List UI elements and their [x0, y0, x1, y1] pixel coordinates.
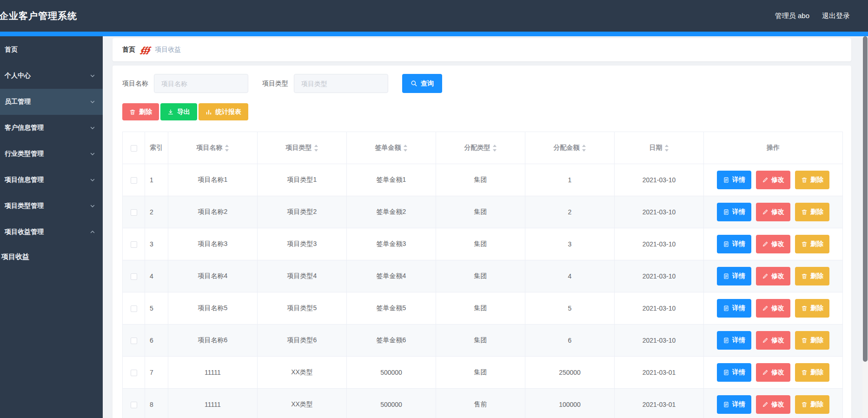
row-detail-button[interactable]: 详情: [717, 299, 751, 318]
row-delete-button[interactable]: 删除: [795, 171, 829, 189]
select-all-checkbox[interactable]: [131, 145, 137, 152]
cell-select: [123, 325, 145, 357]
row-edit-button[interactable]: 修改: [756, 267, 790, 285]
row-delete-button[interactable]: 删除: [795, 299, 829, 318]
row-edit-button[interactable]: 修改: [756, 299, 790, 318]
row-delete-button[interactable]: 删除: [795, 235, 829, 253]
row-checkbox[interactable]: [131, 338, 137, 344]
trash-icon: [801, 241, 808, 247]
cell-index: 7: [145, 357, 168, 389]
row-detail-button[interactable]: 详情: [717, 331, 751, 350]
column-header-签单金额[interactable]: 签单金额: [347, 132, 436, 164]
row-detail-label: 详情: [732, 272, 745, 280]
row-detail-button[interactable]: 详情: [717, 267, 751, 285]
row-delete-label: 删除: [810, 304, 823, 312]
table-row: 2项目名称2项目类型2签单金额2集团22021-03-10详情修改删除: [123, 196, 843, 228]
row-checkbox[interactable]: [131, 177, 137, 184]
sidebar-item-首页[interactable]: 首页: [0, 37, 103, 63]
row-edit-button[interactable]: 修改: [756, 363, 790, 382]
cell-sign_amount: 500000: [347, 389, 436, 418]
trash-icon: [801, 401, 808, 408]
sort-caret-icon[interactable]: [664, 144, 669, 152]
column-header-label: 分配金额: [554, 144, 580, 151]
row-edit-label: 修改: [771, 272, 784, 280]
sort-caret-icon[interactable]: [492, 144, 497, 152]
table-row: 811111XX类型500000售前1000002021-03-01详情修改删除: [123, 389, 843, 418]
cell-actions: 详情修改删除: [704, 389, 843, 418]
sort-caret-icon[interactable]: [225, 144, 229, 152]
cell-alloc_amount: 100000: [525, 389, 615, 418]
row-checkbox[interactable]: [131, 273, 137, 280]
cell-type: 项目类型2: [258, 196, 347, 228]
cell-index: 4: [145, 260, 168, 292]
cell-actions: 详情修改删除: [704, 325, 843, 357]
chevron-down-icon: [90, 151, 95, 157]
project-name-input[interactable]: [154, 74, 248, 93]
export-button[interactable]: 导出: [160, 103, 197, 120]
sidebar-item-行业类型管理[interactable]: 行业类型管理: [0, 141, 103, 167]
scrollbar-track[interactable]: [862, 36, 868, 418]
pencil-icon: [762, 305, 769, 312]
row-checkbox[interactable]: [131, 209, 137, 216]
row-delete-button[interactable]: 删除: [795, 395, 829, 414]
project-name-label: 项目名称: [122, 80, 148, 88]
scrollbar-thumb[interactable]: [863, 36, 868, 362]
sidebar-item-label: 行业类型管理: [5, 150, 44, 158]
cell-name: 项目名称3: [168, 228, 258, 260]
row-delete-button[interactable]: 删除: [795, 203, 829, 221]
pencil-icon: [762, 337, 769, 344]
sidebar-item-个人中心[interactable]: 个人中心: [0, 63, 103, 89]
cell-index: 1: [145, 164, 168, 196]
table-header-row: 索引项目名称项目类型签单金额分配类型分配金额日期操作: [123, 132, 843, 164]
row-detail-button[interactable]: 详情: [717, 171, 751, 189]
column-header-分配金额[interactable]: 分配金额: [525, 132, 615, 164]
pencil-icon: [762, 209, 769, 215]
row-detail-button[interactable]: 详情: [717, 203, 751, 221]
report-button[interactable]: 统计报表: [199, 103, 248, 120]
sidebar-item-客户信息管理[interactable]: 客户信息管理: [0, 115, 103, 141]
row-edit-label: 修改: [771, 400, 784, 409]
row-edit-button[interactable]: 修改: [756, 235, 790, 253]
current-user-label[interactable]: 管理员 abo: [775, 12, 809, 20]
row-checkbox[interactable]: [131, 305, 137, 312]
sidebar-item-员工管理[interactable]: 员工管理: [0, 89, 103, 115]
project-type-input[interactable]: [294, 74, 388, 93]
row-delete-button[interactable]: 删除: [795, 363, 829, 382]
sidebar-item-label: 个人中心: [5, 72, 31, 80]
row-checkbox[interactable]: [131, 370, 137, 376]
bulk-delete-button[interactable]: 删除: [122, 103, 159, 120]
sidebar-item-项目类型管理[interactable]: 项目类型管理: [0, 193, 103, 219]
cell-type: XX类型: [258, 357, 347, 389]
row-detail-button[interactable]: 详情: [717, 363, 751, 382]
breadcrumb-home-link[interactable]: 首页: [122, 46, 135, 54]
sidebar-item-label: 客户信息管理: [5, 124, 44, 132]
row-checkbox[interactable]: [131, 402, 137, 408]
logout-link[interactable]: 退出登录: [822, 12, 850, 20]
sort-caret-icon[interactable]: [582, 144, 586, 152]
sidebar-item-项目信息管理[interactable]: 项目信息管理: [0, 167, 103, 193]
sidebar-subitem-项目收益[interactable]: 项目收益: [0, 245, 103, 268]
cell-name: 11111: [168, 389, 258, 418]
search-icon: [411, 80, 417, 87]
row-checkbox[interactable]: [131, 241, 137, 248]
row-edit-button[interactable]: 修改: [756, 395, 790, 414]
row-delete-button[interactable]: 删除: [795, 267, 829, 285]
sort-caret-icon[interactable]: [403, 144, 408, 152]
row-delete-button[interactable]: 删除: [795, 331, 829, 350]
row-edit-button[interactable]: 修改: [756, 171, 790, 189]
cell-alloc_type: 集团: [436, 357, 525, 389]
row-edit-button[interactable]: 修改: [756, 203, 790, 221]
row-detail-button[interactable]: 详情: [717, 235, 751, 253]
trash-icon: [801, 305, 808, 312]
row-detail-button[interactable]: 详情: [717, 395, 751, 414]
row-edit-label: 修改: [771, 304, 784, 312]
search-button[interactable]: 查询: [402, 74, 442, 93]
sidebar-item-项目收益管理[interactable]: 项目收益管理: [0, 219, 103, 245]
row-detail-label: 详情: [732, 304, 745, 312]
row-edit-button[interactable]: 修改: [756, 331, 790, 350]
column-header-分配类型[interactable]: 分配类型: [436, 132, 525, 164]
column-header-项目类型[interactable]: 项目类型: [258, 132, 347, 164]
column-header-项目名称[interactable]: 项目名称: [168, 132, 258, 164]
sort-caret-icon[interactable]: [314, 144, 318, 152]
column-header-日期[interactable]: 日期: [615, 132, 704, 164]
